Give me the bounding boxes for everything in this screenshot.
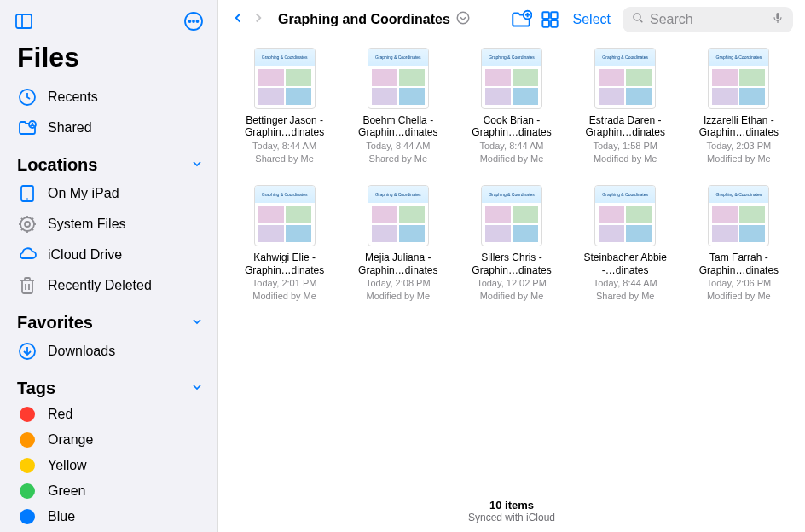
section-label: Tags: [17, 379, 55, 398]
chevron-right-icon: [251, 10, 266, 29]
file-thumbnail: Graphing & Coordinates: [708, 48, 769, 109]
sidebar-item-system-files[interactable]: System Files: [0, 209, 217, 240]
file-status: Shared by Me: [596, 290, 654, 302]
svg-rect-30: [551, 12, 558, 19]
thumb-title: Graphing & Coordinates: [595, 186, 655, 203]
thumb-title: Graphing & Coordinates: [368, 49, 428, 66]
file-time: Today, 8:44 AM: [594, 277, 657, 289]
file-thumbnail: Graphing & Coordinates: [254, 48, 316, 109]
sidebar-item-label: Blue: [48, 509, 75, 524]
status-bar: 10 items Synced with iCloud: [218, 492, 805, 532]
breadcrumb: Graphing and Coordinates: [230, 10, 471, 29]
sidebar-item-tag-green[interactable]: Green: [0, 478, 217, 504]
chevron-down-icon: [190, 380, 204, 397]
sidebar-item-tag-yellow[interactable]: Yellow: [0, 453, 217, 478]
svg-point-25: [457, 12, 469, 24]
file-thumbnail: Graphing & Coordinates: [594, 48, 656, 109]
dictation-icon[interactable]: [771, 11, 785, 28]
item-count: 10 items: [218, 499, 805, 512]
file-time: Today, 8:44 AM: [366, 140, 430, 152]
file-item[interactable]: Graphing & Coordinates Cook Brian - Grap…: [462, 48, 560, 165]
sidebar-item-label: Orange: [48, 432, 93, 448]
file-name: Kahwigi Elie - Graphin…dinates: [235, 252, 333, 276]
app-title: Files: [0, 42, 217, 82]
file-thumbnail: Graphing & Coordinates: [254, 185, 316, 246]
thumb-title: Graphing & Coordinates: [482, 186, 541, 203]
file-thumbnail: Graphing & Coordinates: [708, 185, 769, 246]
file-item[interactable]: Graphing & Coordinates Izzarelli Ethan -…: [690, 48, 788, 165]
new-folder-button[interactable]: [510, 9, 532, 31]
ipad-icon: [17, 183, 38, 204]
view-mode-button[interactable]: [539, 9, 561, 31]
svg-point-33: [634, 14, 640, 20]
file-name: Mejia Juliana - Graphin…dinates: [349, 252, 447, 276]
file-item[interactable]: Graphing & Coordinates Estrada Daren - G…: [576, 48, 675, 165]
select-button[interactable]: Select: [568, 12, 616, 27]
sidebar-item-icloud-drive[interactable]: iCloud Drive: [0, 240, 217, 270]
sidebar-item-label: Recents: [48, 90, 98, 105]
file-status: Modified by Me: [707, 153, 771, 165]
file-name: Cook Brian - Graphin…dinates: [462, 114, 560, 139]
file-name: Bettinger Jason - Graphin…dinates: [235, 114, 333, 139]
sidebar-item-label: Shared: [48, 120, 92, 136]
file-thumbnail: Graphing & Coordinates: [481, 48, 542, 109]
sidebar-item-on-my-ipad[interactable]: On My iPad: [0, 178, 217, 209]
chevron-down-icon: [190, 315, 204, 332]
file-time: Today, 8:44 AM: [252, 140, 316, 152]
sidebar-item-tag-orange[interactable]: Orange: [0, 427, 217, 453]
main-content: Graphing and Coordinates Select Graphing…: [218, 0, 805, 532]
tag-dot-icon: [20, 458, 35, 473]
svg-rect-31: [542, 20, 549, 27]
file-item[interactable]: Graphing & Coordinates Tam Farrah - Grap…: [690, 185, 788, 302]
sidebar-item-tag-red[interactable]: Red: [0, 402, 217, 427]
tag-dot-icon: [20, 483, 35, 499]
sidebar-item-tag-blue[interactable]: Blue: [0, 504, 217, 529]
search-input[interactable]: [650, 12, 766, 27]
file-time: Today, 2:03 PM: [707, 140, 772, 152]
file-time: Today, 8:44 AM: [479, 140, 543, 152]
file-status: Modified by Me: [594, 153, 657, 165]
svg-point-5: [197, 20, 199, 22]
section-header-locations[interactable]: Locations: [0, 143, 217, 178]
file-grid-area: Graphing & Coordinates Bettinger Jason -…: [218, 39, 805, 492]
thumb-title: Graphing & Coordinates: [709, 186, 768, 203]
file-time: Today, 2:01 PM: [252, 277, 317, 289]
section-header-favorites[interactable]: Favorites: [0, 301, 217, 336]
sidebar-item-shared[interactable]: Shared: [0, 113, 217, 143]
file-item[interactable]: Graphing & Coordinates Bettinger Jason -…: [235, 48, 333, 165]
file-item[interactable]: Graphing & Coordinates Sillers Chris - G…: [462, 185, 560, 302]
section-header-tags[interactable]: Tags: [0, 367, 217, 402]
sidebar-item-recently-deleted[interactable]: Recently Deleted: [0, 270, 217, 301]
sidebar-item-recents[interactable]: Recents: [0, 82, 217, 113]
sidebar-item-label: Green: [48, 483, 85, 499]
folder-title[interactable]: Graphing and Coordinates: [278, 12, 450, 27]
sidebar-item-label: On My iPad: [48, 186, 119, 201]
thumb-title: Graphing & Coordinates: [255, 186, 315, 203]
file-item[interactable]: Graphing & Coordinates Kahwigi Elie - Gr…: [235, 185, 333, 302]
svg-point-11: [25, 222, 30, 227]
more-options-icon[interactable]: [183, 11, 204, 35]
file-name: Sillers Chris - Graphin…dinates: [462, 252, 560, 276]
file-status: Modified by Me: [480, 153, 544, 165]
file-thumbnail: Graphing & Coordinates: [368, 48, 429, 109]
sidebar-toggle-icon[interactable]: [14, 11, 34, 35]
file-thumbnail: Graphing & Coordinates: [368, 185, 429, 246]
toolbar: Graphing and Coordinates Select: [218, 0, 805, 39]
file-status: Modified by Me: [480, 290, 544, 302]
search-field[interactable]: [623, 7, 793, 32]
file-item[interactable]: Graphing & Coordinates Steinbacher Abbie…: [576, 185, 675, 302]
sidebar-item-downloads[interactable]: Downloads: [0, 336, 217, 367]
folder-dropdown-icon[interactable]: [455, 10, 471, 29]
file-status: Modified by Me: [707, 290, 771, 302]
file-item[interactable]: Graphing & Coordinates Mejia Juliana - G…: [349, 185, 447, 302]
tag-dot-icon: [20, 432, 35, 448]
file-item[interactable]: Graphing & Coordinates Boehm Chella - Gr…: [349, 48, 447, 165]
thumb-title: Graphing & Coordinates: [595, 49, 655, 66]
file-name: Boehm Chella - Graphin…dinates: [349, 114, 447, 139]
file-time: Today, 2:08 PM: [366, 277, 431, 289]
file-status: Shared by Me: [255, 153, 313, 165]
back-button[interactable]: [230, 10, 246, 29]
folder-shared-icon: [17, 118, 38, 138]
svg-rect-0: [16, 14, 32, 28]
chevron-down-icon: [190, 157, 204, 174]
